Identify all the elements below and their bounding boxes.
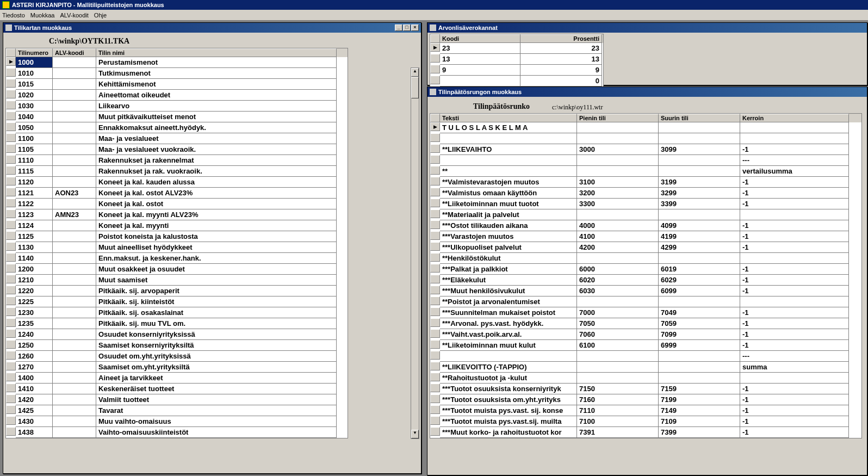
- row-selector[interactable]: [430, 340, 440, 349]
- cell-prosentti[interactable]: 9: [520, 65, 602, 76]
- table-row[interactable]: 1030Liikearvo: [6, 101, 348, 112]
- cell-tilinumero[interactable]: 1110: [16, 155, 53, 166]
- row-selector[interactable]: [430, 296, 440, 305]
- cell-kerroin[interactable]: -1: [740, 275, 849, 286]
- cell-pienin[interactable]: 7060: [577, 329, 659, 340]
- table-row[interactable]: 1120Koneet ja kal. kauden alussa: [6, 177, 348, 188]
- cell-pienin[interactable]: [577, 351, 659, 362]
- row-selector[interactable]: [6, 427, 16, 436]
- cell-kerroin[interactable]: [740, 373, 849, 384]
- cell-kerroin[interactable]: summa: [740, 362, 849, 373]
- cell-tilinumero[interactable]: 1410: [16, 384, 53, 394]
- cell-kerroin[interactable]: [740, 133, 849, 144]
- cell-suurin[interactable]: [659, 253, 740, 264]
- cell-kerroin[interactable]: -1: [740, 384, 849, 394]
- table-row[interactable]: ***Tuotot osuuksista om.yht.yrityks71607…: [430, 394, 861, 405]
- table-row[interactable]: 1420Valmiit tuotteet: [6, 394, 348, 405]
- table-row[interactable]: 1260Osuudet om.yht.yrityksissä: [6, 351, 348, 362]
- cell-teksti[interactable]: ***Ulkopuoliset palvelut: [440, 242, 577, 253]
- row-selector[interactable]: [430, 76, 440, 84]
- cell-nimi[interactable]: Muu vaihto-omaisuus: [96, 416, 337, 427]
- table-row[interactable]: **Liiketoiminnan muut tuotot33003399-1: [430, 199, 861, 209]
- table-row[interactable]: ***Muut henkilösivukulut60306099-1: [430, 286, 861, 296]
- cell-kerroin[interactable]: -1: [740, 242, 849, 253]
- cell-alv[interactable]: [53, 264, 96, 275]
- row-selector[interactable]: [430, 318, 440, 327]
- row-selector[interactable]: [6, 340, 16, 349]
- cell-alv[interactable]: [53, 307, 96, 318]
- cell-tilinumero[interactable]: 1230: [16, 307, 53, 318]
- table-row[interactable]: 1015Kehittämismenot: [6, 79, 348, 90]
- cell-nimi[interactable]: Osuudet om.yht.yrityksissä: [96, 351, 337, 362]
- cell-pienin[interactable]: 3100: [577, 177, 659, 188]
- cell-tilinumero[interactable]: 1115: [16, 166, 53, 177]
- row-selector[interactable]: [430, 220, 440, 229]
- row-selector[interactable]: [6, 209, 16, 218]
- cell-alv[interactable]: [53, 101, 96, 112]
- cell-pienin[interactable]: 3200: [577, 188, 659, 199]
- table-row[interactable]: ***Ulkopuoliset palvelut42004299-1: [430, 242, 861, 253]
- cell-tilinumero[interactable]: 1220: [16, 286, 53, 296]
- row-selector[interactable]: [6, 177, 16, 186]
- cell-tilinumero[interactable]: 1030: [16, 101, 53, 112]
- cell-pienin[interactable]: 6030: [577, 286, 659, 296]
- row-selector[interactable]: [6, 79, 16, 88]
- cell-teksti[interactable]: [440, 351, 577, 362]
- cell-suurin[interactable]: 4099: [659, 220, 740, 231]
- cell-nimi[interactable]: Poistot koneista ja kalustosta: [96, 231, 337, 242]
- cell-suurin[interactable]: 6999: [659, 340, 740, 351]
- cell-alv[interactable]: [53, 122, 96, 133]
- row-selector[interactable]: [6, 416, 16, 425]
- cell-nimi[interactable]: Liikearvo: [96, 101, 337, 112]
- table-row[interactable]: ***Tuotot muista pys.vast. sij. konse711…: [430, 405, 861, 416]
- row-selector[interactable]: [6, 275, 16, 283]
- table-row[interactable]: ***Varastojen muutos41004199-1: [430, 231, 861, 242]
- cell-teksti[interactable]: ***Muut henkilösivukulut: [440, 286, 577, 296]
- cell-pienin[interactable]: [577, 155, 659, 166]
- cell-alv[interactable]: [53, 286, 96, 296]
- table-row[interactable]: **Liiketoiminnan muut kulut61006999-1: [430, 340, 861, 351]
- row-selector[interactable]: [6, 68, 16, 77]
- cell-alv[interactable]: [53, 318, 96, 329]
- cell-suurin[interactable]: [659, 373, 740, 384]
- table-row[interactable]: 1105Maa- ja vesialueet vuokraoik.: [6, 144, 348, 155]
- cell-teksti[interactable]: [440, 133, 577, 144]
- table-row[interactable]: 1115Rakennukset ja rak. vuokraoik.: [6, 166, 348, 177]
- cell-koodi[interactable]: 9: [440, 65, 520, 76]
- cell-kerroin[interactable]: [740, 296, 849, 307]
- col-kerroin[interactable]: Kerroin: [740, 114, 849, 122]
- cell-tilinumero[interactable]: 1040: [16, 112, 53, 122]
- cell-tilinumero[interactable]: 1225: [16, 296, 53, 307]
- cell-suurin[interactable]: [659, 209, 740, 220]
- row-selector[interactable]: [6, 264, 16, 273]
- cell-nimi[interactable]: Koneet ja kal. myynti: [96, 220, 337, 231]
- cell-koodi[interactable]: 23: [440, 43, 520, 54]
- table-row[interactable]: 1400Aineet ja tarvikkeet: [6, 373, 348, 384]
- cell-alv[interactable]: [53, 405, 96, 416]
- vat-grid[interactable]: Koodi Prosentti 23231313990: [430, 34, 604, 87]
- cell-suurin[interactable]: 6099: [659, 286, 740, 296]
- scroll-up[interactable]: ▲: [411, 68, 419, 77]
- table-row[interactable]: ***Vaiht.vast.poik.arv.al.70607099-1: [430, 329, 861, 340]
- cell-nimi[interactable]: Muut aineelliset hyödykkeet: [96, 242, 337, 253]
- cell-suurin[interactable]: 4299: [659, 242, 740, 253]
- cell-prosentti[interactable]: 23: [520, 43, 602, 54]
- cell-tilinumero[interactable]: 1123: [16, 209, 53, 220]
- table-row[interactable]: **Valmistus omaan käyttöön32003299-1: [430, 188, 861, 199]
- cell-koodi[interactable]: 13: [440, 54, 520, 65]
- cell-pienin[interactable]: 6020: [577, 275, 659, 286]
- cell-pienin[interactable]: [577, 133, 659, 144]
- cell-teksti[interactable]: **LIIKEVAIHTO: [440, 144, 577, 155]
- row-selector[interactable]: [6, 329, 16, 338]
- row-selector[interactable]: [430, 329, 440, 338]
- row-selector[interactable]: [430, 307, 440, 316]
- cell-alv[interactable]: [53, 394, 96, 405]
- cell-tilinumero[interactable]: 1438: [16, 427, 53, 438]
- cell-kerroin[interactable]: -1: [740, 307, 849, 318]
- col-pienin[interactable]: Pienin tili: [577, 114, 659, 122]
- row-selector[interactable]: [6, 90, 16, 98]
- cell-nimi[interactable]: Koneet ja kal. ostot ALV23%: [96, 188, 337, 199]
- cell-tilinumero[interactable]: 1425: [16, 405, 53, 416]
- cell-nimi[interactable]: Aineet ja tarvikkeet: [96, 373, 337, 384]
- cell-nimi[interactable]: Maa- ja vesialueet vuokraoik.: [96, 144, 337, 155]
